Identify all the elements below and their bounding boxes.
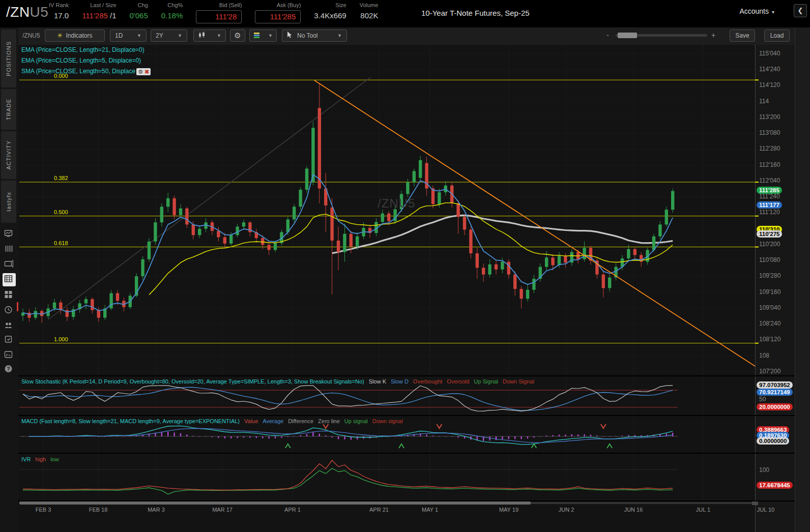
macd-panel-label: MACD (Fast length=8, Slow length=21, MAC… xyxy=(21,418,403,424)
legend-item: Difference xyxy=(288,418,313,424)
chart-watermark: /ZNU5 xyxy=(378,196,415,211)
price-tick-label: 111'240 xyxy=(759,193,780,200)
x-axis-label: APR 21 xyxy=(364,507,394,513)
panel-separator xyxy=(18,453,795,454)
ivr-low-line xyxy=(23,468,673,494)
indicator-legend-row[interactable]: EMA (Price=CLOSE, Length=21, Displace=0) xyxy=(21,45,151,55)
macd-value-badge: 0.0000000 xyxy=(757,437,789,445)
price-tick-label: 112'160 xyxy=(759,161,780,168)
ascending-trendline xyxy=(48,77,370,319)
stoch-value-badge: 97.0703952 xyxy=(757,381,793,389)
down-signal-arrow xyxy=(601,424,606,428)
price-tick-label: 109'160 xyxy=(759,288,780,295)
fib-level-label: 0.500 xyxy=(54,209,68,215)
indicator-legend: EMA (Price=CLOSE, Length=21, Displace=0)… xyxy=(21,45,151,77)
candles-layer xyxy=(21,84,675,323)
legend-item: Oversold xyxy=(447,378,469,385)
legend-item: Down Signal xyxy=(503,378,534,385)
price-tick-label: 113'200 xyxy=(759,113,780,121)
legend-item: Average xyxy=(263,418,283,424)
legend-item: Value xyxy=(244,418,258,424)
legend-item: high xyxy=(35,456,46,462)
price-tick-label: 114'240 xyxy=(759,66,780,73)
panel-title[interactable]: MACD (Fast length=8, Slow length=21, MAC… xyxy=(21,418,240,424)
stochastic-panel-label: Slow Stochastic (K Period=14, D Period=9… xyxy=(21,378,534,385)
close-icon[interactable]: ✖ xyxy=(144,69,149,75)
stoch-value-badge: 50 xyxy=(757,395,768,403)
price-tick-label: 108 xyxy=(759,352,769,359)
x-axis-label: JUN 2 xyxy=(551,507,582,513)
ivr-panel-layer xyxy=(19,460,678,494)
ivr-high-line xyxy=(23,460,673,490)
up-signal-arrow xyxy=(531,444,536,448)
x-axis-label: FEB 18 xyxy=(83,507,113,513)
macd-average-line xyxy=(29,429,673,443)
macd-panel-layer xyxy=(19,424,678,448)
price-tick-label: 108'240 xyxy=(759,320,780,327)
price-tick-label: 110'200 xyxy=(759,241,780,248)
x-axis-label: MAY 19 xyxy=(494,507,524,513)
x-axis-label: MAR 17 xyxy=(207,507,238,513)
indicator-legend-row[interactable]: SMA (Price=CLOSE, Length=50, Displace⚙✖ xyxy=(21,66,151,77)
price-tick-label: 114'120 xyxy=(759,81,780,88)
x-axis-label: MAR 3 xyxy=(141,507,171,513)
price-badge: 111'177 xyxy=(757,201,782,209)
gear-icon[interactable]: ⚙ xyxy=(138,69,143,75)
time-scrollbar-handle[interactable] xyxy=(19,501,531,505)
price-tick-label: 114 xyxy=(759,98,769,105)
fib-level-label: 1.000 xyxy=(54,336,68,342)
panel-title[interactable]: IVR xyxy=(21,456,31,462)
panel-separator xyxy=(18,500,795,501)
main-chart-layer: 0.0000.3820.5000.6181.000 xyxy=(18,45,766,500)
panel-title[interactable]: Slow Stochastic (K Period=14, D Period=9… xyxy=(21,378,364,385)
up-signal-arrow xyxy=(285,444,291,448)
ivr-panel-label: IVRhighlow xyxy=(21,456,59,462)
panel-separator xyxy=(18,375,795,376)
x-axis-label: FEB 3 xyxy=(28,507,59,513)
x-axis-label: APR 1 xyxy=(277,507,308,513)
up-signal-arrow xyxy=(399,444,404,448)
ivr-value-badge: 100 xyxy=(757,466,772,474)
legend-item: low xyxy=(50,456,59,462)
down-signal-arrow xyxy=(437,424,442,428)
price-tick-label: 108'120 xyxy=(759,336,780,343)
price-tick-label: 111'120 xyxy=(759,209,780,216)
price-tick-label: 107'200 xyxy=(759,368,780,375)
price-tick-label: 109'280 xyxy=(759,272,780,279)
legend-item: Slow D xyxy=(391,378,409,385)
stoch-value-badge: 70.9217149 xyxy=(757,389,793,396)
x-axis-label: JUL 1 xyxy=(688,507,718,513)
stochastic-panel-layer xyxy=(19,386,678,411)
indicator-edit-remove-buttons[interactable]: ⚙✖ xyxy=(136,68,151,75)
legend-item: Overbought xyxy=(413,378,442,385)
legend-item: Zero line xyxy=(318,418,340,424)
x-axis-label: MAY 1 xyxy=(415,507,445,513)
price-tick-label: 112'040 xyxy=(759,177,780,184)
x-axis-label: JUL 10 xyxy=(750,507,781,513)
legend-item: Down signal xyxy=(372,418,403,424)
fib-level-label: 0.618 xyxy=(54,240,68,246)
legend-item: Slow K xyxy=(369,378,386,385)
ema21-line xyxy=(149,203,673,295)
stoch-value-badge: 20.0000000 xyxy=(757,403,793,410)
slow-d-line xyxy=(23,388,673,410)
price-tick-label: 112'280 xyxy=(759,145,780,152)
x-axis-label: JUN 16 xyxy=(618,507,649,513)
price-tick-label: 115'040 xyxy=(759,50,780,57)
price-tick-label: 109'040 xyxy=(759,304,780,311)
fib-level-label: 0.382 xyxy=(54,175,68,181)
price-badge: 110'275 xyxy=(757,230,782,238)
indicator-legend-row[interactable]: EMA (Price=CLOSE, Length=5, Displace=0) xyxy=(21,55,151,66)
trading-platform-window: /ZNU5 IV Rank17.0Last / Size111'285 /1Ch… xyxy=(0,0,810,532)
price-tick-label: 113'080 xyxy=(759,129,780,136)
panel-separator xyxy=(18,415,795,416)
scrollbar-end-cap xyxy=(752,501,758,505)
down-signal-arrow xyxy=(323,424,328,428)
ivr-value-badge: 17.6678445 xyxy=(757,482,793,489)
macd-value-line xyxy=(29,426,673,445)
price-tick-label: 110'080 xyxy=(759,256,780,263)
price-badge: 111'285 xyxy=(757,187,782,194)
legend-item: Up signal xyxy=(344,418,368,424)
legend-item: Up Signal xyxy=(474,378,498,385)
up-signal-arrow xyxy=(607,444,612,448)
